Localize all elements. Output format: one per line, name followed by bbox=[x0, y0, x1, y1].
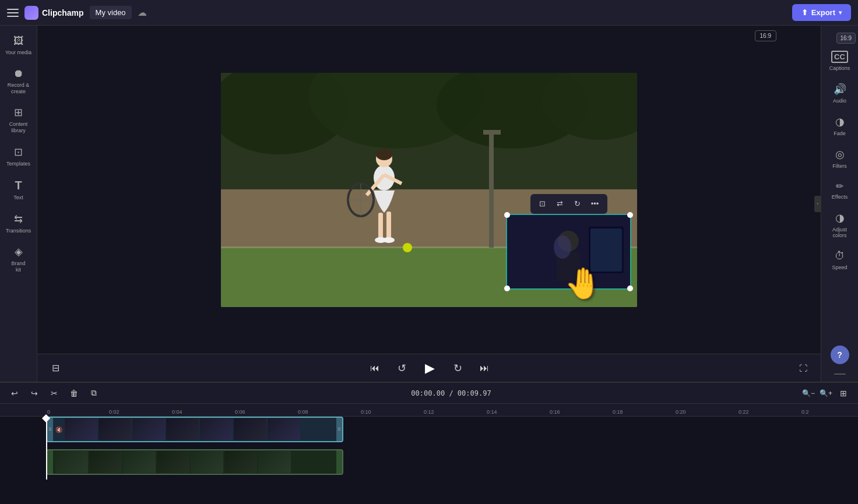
video-track-2 bbox=[46, 449, 858, 480]
right-sidebar-collapse-button[interactable]: ‹ bbox=[814, 196, 821, 212]
sidebar-handle bbox=[834, 373, 846, 375]
text-icon: T bbox=[15, 179, 22, 192]
total-time: 00:09.97 bbox=[458, 389, 491, 397]
clip2-thumb bbox=[258, 451, 291, 473]
timeline-time-display: 00:00.00 / 00:09.97 bbox=[106, 389, 796, 397]
left-sidebar: 🖼 Your media ⏺ Record &create ⊞ Contentl… bbox=[0, 26, 37, 382]
clip-thumb bbox=[268, 418, 300, 440]
clip2-thumb bbox=[89, 451, 122, 473]
filters-icon: ◎ bbox=[835, 148, 845, 161]
preview-area: 16:9 bbox=[37, 26, 821, 354]
svg-rect-21 bbox=[489, 131, 494, 248]
sidebar-item-label-record-create: Record &create bbox=[8, 82, 30, 95]
help-button[interactable]: ? bbox=[831, 346, 849, 364]
pip-video-content bbox=[507, 215, 630, 288]
zoom-out-button[interactable]: 🔍− bbox=[801, 386, 816, 401]
fit-timeline-button[interactable]: ⊞ bbox=[836, 386, 851, 401]
play-pause-button[interactable]: ▶ bbox=[420, 358, 439, 378]
clip-handle-left[interactable]: ⠿ bbox=[47, 418, 53, 441]
zoom-in-button[interactable]: 🔍+ bbox=[818, 386, 834, 401]
pip-handle-top-right[interactable] bbox=[627, 212, 633, 218]
svg-rect-11 bbox=[378, 213, 383, 239]
video-clip-2[interactable] bbox=[46, 449, 343, 475]
export-dropdown-icon: ▾ bbox=[839, 9, 842, 16]
sidebar-item-label-transitions: Transitions bbox=[6, 228, 31, 234]
video-track-1: ⠿ 🔇 ⠿ bbox=[46, 417, 858, 447]
right-item-label-fade: Fade bbox=[834, 131, 846, 136]
main-area: 🖼 Your media ⏺ Record &create ⊞ Contentl… bbox=[0, 26, 858, 382]
right-item-label-audio: Audio bbox=[833, 98, 846, 104]
sidebar-item-record-create[interactable]: ⏺ Record &create bbox=[2, 63, 35, 100]
svg-rect-22 bbox=[483, 130, 501, 135]
pip-crop-button[interactable]: ⊡ bbox=[535, 196, 550, 212]
effects-icon: ✏ bbox=[836, 181, 843, 192]
captions-toggle-button[interactable]: ⊟ bbox=[47, 360, 64, 377]
sidebar-item-transitions[interactable]: ⇆ Transitions bbox=[2, 208, 35, 239]
rewind-button[interactable]: ↺ bbox=[393, 360, 410, 377]
skip-to-start-button[interactable]: ⏮ bbox=[366, 360, 384, 377]
right-item-fade[interactable]: ◑ Fade bbox=[824, 111, 856, 141]
right-item-filters[interactable]: ◎ Filters bbox=[824, 143, 856, 174]
sidebar-item-templates[interactable]: ⊡ Templates bbox=[2, 141, 35, 172]
clip2-handle-left[interactable] bbox=[47, 450, 53, 474]
audio-icon: 🔊 bbox=[834, 83, 846, 96]
timeline-zoom-controls: 🔍− 🔍+ ⊞ bbox=[801, 386, 851, 401]
sidebar-item-text[interactable]: T Text bbox=[2, 174, 35, 206]
right-sidebar: 16:9 CC Captions 🔊 Audio ◑ Fade ◎ Filter… bbox=[821, 26, 858, 382]
skip-to-end-button[interactable]: ⏭ bbox=[476, 360, 493, 377]
captions-icon: CC bbox=[831, 51, 848, 63]
center-area: 16:9 bbox=[37, 26, 821, 382]
right-item-speed[interactable]: ⏱ Speed bbox=[824, 245, 856, 275]
export-button[interactable]: ⬆ Export ▾ bbox=[792, 4, 851, 21]
sidebar-item-label-content-library: Contentlibrary bbox=[9, 121, 28, 134]
aspect-ratio-badge[interactable]: 16:9 bbox=[755, 30, 776, 41]
right-item-captions[interactable]: CC Captions bbox=[824, 46, 856, 76]
right-item-adjust-colors[interactable]: ◑ Adjustcolors bbox=[824, 207, 856, 243]
pip-rotate-button[interactable]: ↻ bbox=[570, 196, 585, 212]
fullscreen-button[interactable]: ⛶ bbox=[795, 360, 811, 376]
right-item-effects[interactable]: ✏ Effects bbox=[824, 176, 856, 205]
svg-point-14 bbox=[383, 237, 395, 243]
pip-handle-bottom-right[interactable] bbox=[627, 286, 633, 291]
pip-overlay[interactable]: ⊡ ⇄ ↻ ••• bbox=[506, 214, 631, 290]
clip-handle-right[interactable]: ⠿ bbox=[336, 418, 342, 441]
pip-toolbar: ⊡ ⇄ ↻ ••• bbox=[530, 194, 607, 214]
cut-button[interactable]: ✂ bbox=[47, 386, 62, 401]
export-icon: ⬆ bbox=[801, 8, 808, 17]
video-title[interactable]: My video bbox=[90, 6, 132, 19]
pip-flip-button[interactable]: ⇄ bbox=[553, 196, 568, 212]
aspect-ratio-control[interactable]: 16:9 bbox=[836, 33, 856, 44]
fade-icon: ◑ bbox=[835, 115, 845, 128]
logo-icon bbox=[24, 6, 38, 20]
sidebar-item-brand-kit[interactable]: ◈ Brandkit bbox=[2, 241, 35, 278]
clip2-handle-right[interactable] bbox=[336, 450, 342, 474]
pip-handle-top-left[interactable] bbox=[504, 212, 510, 218]
current-time: 00:00.00 bbox=[411, 389, 445, 397]
redo-button[interactable]: ↪ bbox=[27, 386, 42, 401]
pip-more-button[interactable]: ••• bbox=[588, 196, 603, 212]
playback-right: ⛶ bbox=[795, 360, 811, 376]
menu-button[interactable] bbox=[7, 7, 19, 19]
sidebar-item-label-templates: Templates bbox=[6, 161, 30, 167]
brand-kit-icon: ◈ bbox=[15, 245, 23, 258]
logo: Clipchamp bbox=[24, 6, 84, 20]
clip2-thumb bbox=[55, 451, 88, 473]
delete-button[interactable]: 🗑 bbox=[66, 386, 82, 401]
forward-button[interactable]: ↻ bbox=[449, 360, 466, 377]
video-clip-1[interactable]: ⠿ 🔇 ⠿ bbox=[46, 417, 343, 442]
svg-point-10 bbox=[376, 149, 392, 160]
pip-handle-bottom-left[interactable] bbox=[504, 286, 510, 291]
duplicate-button[interactable]: ⧉ bbox=[86, 386, 101, 401]
right-item-label-speed: Speed bbox=[832, 265, 847, 270]
right-item-label-effects: Effects bbox=[832, 194, 848, 200]
timeline-ruler: 0 0:02 0:04 0:06 0:08 0:10 0:12 0:14 0:1… bbox=[0, 404, 858, 417]
content-library-icon: ⊞ bbox=[14, 106, 23, 119]
sidebar-item-your-media[interactable]: 🖼 Your media bbox=[2, 30, 35, 61]
timeline-scroll[interactable]: 0 0:02 0:04 0:06 0:08 0:10 0:12 0:14 0:1… bbox=[0, 404, 858, 504]
svg-rect-12 bbox=[386, 212, 391, 239]
sidebar-item-content-library[interactable]: ⊞ Contentlibrary bbox=[2, 101, 35, 139]
right-item-audio[interactable]: 🔊 Audio bbox=[824, 78, 856, 108]
right-sidebar-top: 16:9 bbox=[821, 30, 858, 44]
undo-button[interactable]: ↩ bbox=[7, 386, 22, 401]
clip-thumb bbox=[234, 418, 266, 440]
